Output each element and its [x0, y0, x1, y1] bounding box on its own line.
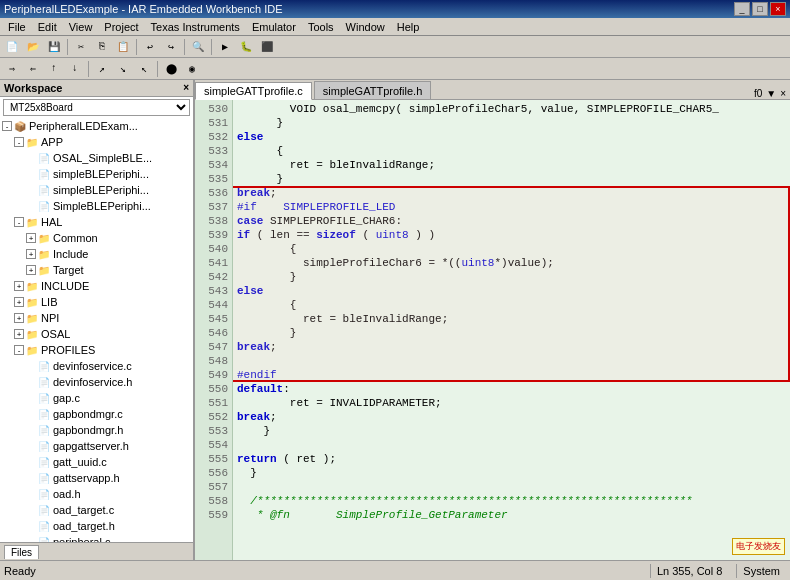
file-icon: 📄 [37, 519, 51, 533]
tree-item-3[interactable]: 📄simpleBLEPeriphi... [0, 166, 193, 182]
code-line-548 [237, 354, 786, 368]
tree-label-16: devinfoservice.h [53, 376, 133, 388]
stop-button[interactable]: ⬛ [257, 38, 277, 56]
title-bar-buttons[interactable]: _ □ × [734, 2, 786, 16]
menu-help[interactable]: Help [391, 20, 426, 34]
workspace-close-button[interactable]: × [183, 82, 189, 94]
code-line-555: return ( ret ); [237, 452, 786, 466]
menu-tools[interactable]: Tools [302, 20, 340, 34]
tree-item-22[interactable]: 📄gattservapp.h [0, 470, 193, 486]
menu-edit[interactable]: Edit [32, 20, 63, 34]
save-button[interactable]: 💾 [44, 38, 64, 56]
expand-icon-12: + [14, 313, 24, 323]
tb2-btn1[interactable]: ⇒ [2, 60, 22, 78]
tb2-toggle-bp[interactable]: ⬤ [161, 60, 181, 78]
open-button[interactable]: 📂 [23, 38, 43, 56]
tree-item-16[interactable]: 📄devinfoservice.h [0, 374, 193, 390]
tree-item-9[interactable]: +📁Target [0, 262, 193, 278]
tree-item-8[interactable]: +📁Include [0, 246, 193, 262]
toolbar-sep-1 [67, 39, 68, 55]
close-button[interactable]: × [770, 2, 786, 16]
menu-view[interactable]: View [63, 20, 99, 34]
menu-window[interactable]: Window [340, 20, 391, 34]
paste-button[interactable]: 📋 [113, 38, 133, 56]
tree-item-20[interactable]: 📄gapgattserver.h [0, 438, 193, 454]
tree-item-24[interactable]: 📄oad_target.c [0, 502, 193, 518]
tab-simpleGATTprofile-h[interactable]: simpleGATTprofile.h [314, 81, 431, 99]
bottom-tab-files[interactable]: Files [4, 545, 39, 559]
cut-button[interactable]: ✂ [71, 38, 91, 56]
menu-project[interactable]: Project [98, 20, 144, 34]
tab-dropdown[interactable]: ▼ [766, 88, 776, 99]
tab-simpleGATTprofile-c[interactable]: simpleGATTprofile.c [195, 82, 312, 100]
tree-item-5[interactable]: 📄SimpleBLEPeriphi... [0, 198, 193, 214]
tb2-next-bp[interactable]: ◉ [182, 60, 202, 78]
tree-item-12[interactable]: +📁NPI [0, 310, 193, 326]
tb2-btn2[interactable]: ⇐ [23, 60, 43, 78]
tb2-step-into[interactable]: ↘ [113, 60, 133, 78]
workspace-selector[interactable]: MT25x8Board [3, 99, 190, 116]
tree-item-4[interactable]: 📄simpleBLEPeriphi... [0, 182, 193, 198]
expand-icon-13: + [14, 329, 24, 339]
tree-item-18[interactable]: 📄gapbondmgr.c [0, 406, 193, 422]
tree-item-7[interactable]: +📁Common [0, 230, 193, 246]
tree-item-6[interactable]: -📁HAL [0, 214, 193, 230]
code-content[interactable]: VOID osal_memcpy( simpleProfileChar5, va… [233, 100, 790, 560]
tb2-step-out[interactable]: ↖ [134, 60, 154, 78]
new-button[interactable]: 📄 [2, 38, 22, 56]
folder-icon: 📁 [25, 295, 39, 309]
tree-item-1[interactable]: -📁APP [0, 134, 193, 150]
tb2-btn3[interactable]: ↑ [44, 60, 64, 78]
toolbar-1: 📄 📂 💾 ✂ ⎘ 📋 ↩ ↪ 🔍 ▶ 🐛 ⬛ [0, 36, 790, 58]
file-icon: 📄 [37, 535, 51, 542]
tree-item-26[interactable]: 📄peripheral.c [0, 534, 193, 542]
fold-control[interactable]: f0 [754, 88, 762, 99]
expand-icon-14: - [14, 345, 24, 355]
tree-label-11: LIB [41, 296, 58, 308]
undo-button[interactable]: ↩ [140, 38, 160, 56]
tree-item-2[interactable]: 📄OSAL_SimpleBLE... [0, 150, 193, 166]
build-button[interactable]: ▶ [215, 38, 235, 56]
tab-close[interactable]: × [780, 88, 786, 99]
line-num-538: 538 [195, 214, 232, 228]
tree-item-13[interactable]: +📁OSAL [0, 326, 193, 342]
menu-emulator[interactable]: Emulator [246, 20, 302, 34]
tree-label-18: gapbondmgr.c [53, 408, 123, 420]
tree-item-19[interactable]: 📄gapbondmgr.h [0, 422, 193, 438]
toolbar-sep-2 [136, 39, 137, 55]
redo-button[interactable]: ↪ [161, 38, 181, 56]
minimize-button[interactable]: _ [734, 2, 750, 16]
copy-button[interactable]: ⎘ [92, 38, 112, 56]
tree-item-14[interactable]: -📁PROFILES [0, 342, 193, 358]
line-num-537: 537 [195, 200, 232, 214]
tree-item-17[interactable]: 📄gap.c [0, 390, 193, 406]
line-num-531: 531 [195, 116, 232, 130]
file-icon: 📄 [37, 455, 51, 469]
tree-item-23[interactable]: 📄oad.h [0, 486, 193, 502]
tree-item-15[interactable]: 📄devinfoservice.c [0, 358, 193, 374]
tree-item-21[interactable]: 📄gatt_uuid.c [0, 454, 193, 470]
maximize-button[interactable]: □ [752, 2, 768, 16]
tree-label-21: gatt_uuid.c [53, 456, 107, 468]
folder-icon: 📁 [25, 327, 39, 341]
tree-item-25[interactable]: 📄oad_target.h [0, 518, 193, 534]
debug-button[interactable]: 🐛 [236, 38, 256, 56]
menu-texas instruments[interactable]: Texas Instruments [145, 20, 246, 34]
tree-label-8: Include [53, 248, 88, 260]
code-line-546: } [237, 326, 786, 340]
tree-label-3: simpleBLEPeriphi... [53, 168, 149, 180]
menu-file[interactable]: File [2, 20, 32, 34]
tree-label-0: PeripheralLEDExam... [29, 120, 138, 132]
code-line-541: simpleProfileChar6 = *((uint8*)value); [237, 256, 786, 270]
folder-icon: 📁 [25, 311, 39, 325]
expand-icon-1: - [14, 137, 24, 147]
tree-item-11[interactable]: +📁LIB [0, 294, 193, 310]
tree-label-9: Target [53, 264, 84, 276]
line-num-535: 535 [195, 172, 232, 186]
tree-item-0[interactable]: -📦PeripheralLEDExam... [0, 118, 193, 134]
find-button[interactable]: 🔍 [188, 38, 208, 56]
tb2-btn4[interactable]: ↓ [65, 60, 85, 78]
folder-icon: 📁 [37, 263, 51, 277]
tb2-step-over[interactable]: ↗ [92, 60, 112, 78]
tree-item-10[interactable]: +📁INCLUDE [0, 278, 193, 294]
